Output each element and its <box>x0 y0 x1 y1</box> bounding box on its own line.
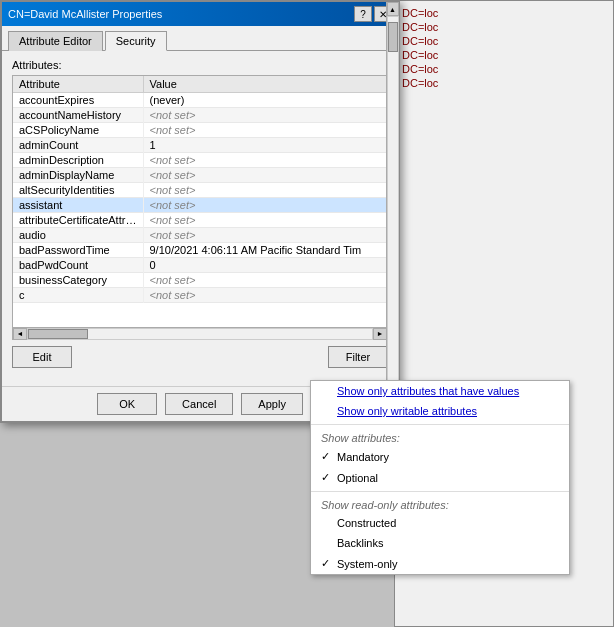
attr-value-cell: <not set> <box>143 213 387 228</box>
attributes-table: Attribute Value accountExpires(never)acc… <box>13 76 387 303</box>
table-scroll-area: Attribute Value accountExpires(never)acc… <box>13 76 387 327</box>
filter-dropdown: Show only attributes that have values Sh… <box>310 380 570 575</box>
show-attributes-label: Show attributes: <box>311 428 569 446</box>
tab-attribute-editor[interactable]: Attribute Editor <box>8 31 103 51</box>
horizontal-scrollbar[interactable]: ◄ ► <box>13 327 387 339</box>
attr-name-cell: accountExpires <box>13 93 143 108</box>
table-row[interactable]: businessCategory<not set> <box>13 273 387 288</box>
filter-button[interactable]: Filter <box>328 346 388 368</box>
attributes-label: Attributes: <box>12 59 388 71</box>
filter-backlinks-label: Backlinks <box>337 537 383 549</box>
attr-name-cell: assistant <box>13 198 143 213</box>
attr-value-cell: 1 <box>143 138 387 153</box>
bg-row-3: DC=loc <box>400 34 608 48</box>
table-row[interactable]: aCSPolicyName<not set> <box>13 123 387 138</box>
attr-name-cell: c <box>13 288 143 303</box>
table-row[interactable]: accountExpires(never) <box>13 93 387 108</box>
tab-security[interactable]: Security <box>105 31 167 51</box>
cancel-button[interactable]: Cancel <box>165 393 233 415</box>
table-row[interactable]: adminDisplayName<not set> <box>13 168 387 183</box>
filter-item-has-values[interactable]: Show only attributes that have values <box>311 381 569 401</box>
bg-row-4: DC=loc <box>400 48 608 62</box>
bg-row-5: DC=loc <box>400 62 608 76</box>
filter-item-has-values-label: Show only attributes that have values <box>337 385 519 397</box>
properties-dialog: CN=David McAllister Properties ? ✕ Attri… <box>0 0 400 423</box>
filter-item-writable-label: Show only writable attributes <box>337 405 477 417</box>
table-row[interactable]: altSecurityIdentities<not set> <box>13 183 387 198</box>
filter-item-writable[interactable]: Show only writable attributes <box>311 401 569 421</box>
edit-button[interactable]: Edit <box>12 346 72 368</box>
title-bar: CN=David McAllister Properties ? ✕ <box>2 2 398 26</box>
attr-name-cell: aCSPolicyName <box>13 123 143 138</box>
attr-value-cell: <not set> <box>143 288 387 303</box>
check-system-only: ✓ <box>321 557 333 570</box>
bg-row-1: DC=loc <box>400 6 608 20</box>
col-attribute: Attribute <box>13 76 143 93</box>
help-button[interactable]: ? <box>354 6 372 22</box>
attr-value-cell: <not set> <box>143 168 387 183</box>
separator-1 <box>311 424 569 425</box>
table-content: Attribute Value accountExpires(never)acc… <box>13 76 387 327</box>
table-row[interactable]: adminCount1 <box>13 138 387 153</box>
scroll-track[interactable] <box>387 76 388 327</box>
filter-optional-label: Optional <box>337 472 378 484</box>
attr-name-cell: adminCount <box>13 138 143 153</box>
table-row[interactable]: c<not set> <box>13 288 387 303</box>
attr-name-cell: badPwdCount <box>13 258 143 273</box>
vertical-scrollbar[interactable]: ▲ ▼ <box>386 76 387 327</box>
table-row[interactable]: attributeCertificateAttri...<not set> <box>13 213 387 228</box>
apply-button[interactable]: Apply <box>241 393 303 415</box>
table-row[interactable]: assistant<not set> <box>13 198 387 213</box>
attr-value-cell: 9/10/2021 4:06:11 AM Pacific Standard Ti… <box>143 243 387 258</box>
attr-name-cell: businessCategory <box>13 273 143 288</box>
hscroll-thumb[interactable] <box>28 329 88 339</box>
filter-backlinks[interactable]: Backlinks <box>311 533 569 553</box>
attr-name-cell: badPasswordTime <box>13 243 143 258</box>
attr-value-cell: <not set> <box>143 228 387 243</box>
filter-optional[interactable]: ✓ Optional <box>311 467 569 488</box>
show-readonly-label: Show read-only attributes: <box>311 495 569 513</box>
attr-name-cell: audio <box>13 228 143 243</box>
attr-value-cell: <not set> <box>143 183 387 198</box>
filter-mandatory-label: Mandatory <box>337 451 389 463</box>
check-optional: ✓ <box>321 471 333 484</box>
filter-system-only-label: System-only <box>337 558 398 570</box>
check-mandatory: ✓ <box>321 450 333 463</box>
hscroll-track[interactable] <box>27 328 373 340</box>
attr-value-cell: <not set> <box>143 273 387 288</box>
table-row[interactable]: accountNameHistory<not set> <box>13 108 387 123</box>
attr-value-cell: <not set> <box>143 153 387 168</box>
filter-system-only[interactable]: ✓ System-only <box>311 553 569 574</box>
separator-2 <box>311 491 569 492</box>
table-row[interactable]: adminDescription<not set> <box>13 153 387 168</box>
tab-bar: Attribute Editor Security <box>2 26 398 51</box>
ok-button[interactable]: OK <box>97 393 157 415</box>
edit-filter-row: Edit Filter <box>12 346 388 368</box>
attr-value-cell: <not set> <box>143 198 387 213</box>
dialog-content: Attributes: Attribute Value accountExpir… <box>2 51 398 376</box>
table-wrapper: Attribute Value accountExpires(never)acc… <box>12 75 388 340</box>
filter-mandatory[interactable]: ✓ Mandatory <box>311 446 569 467</box>
attr-name-cell: adminDisplayName <box>13 168 143 183</box>
filter-constructed-label: Constructed <box>337 517 396 529</box>
filter-constructed[interactable]: Constructed <box>311 513 569 533</box>
attr-value-cell: (never) <box>143 93 387 108</box>
table-row[interactable]: audio<not set> <box>13 228 387 243</box>
attr-name-cell: accountNameHistory <box>13 108 143 123</box>
bg-row-6: DC=loc <box>400 76 608 90</box>
dialog-title: CN=David McAllister Properties <box>8 8 162 20</box>
attr-name-cell: adminDescription <box>13 153 143 168</box>
hscroll-right-button[interactable]: ► <box>373 328 387 340</box>
attr-value-cell: <not set> <box>143 123 387 138</box>
attr-value-cell: <not set> <box>143 108 387 123</box>
attr-name-cell: altSecurityIdentities <box>13 183 143 198</box>
col-value: Value <box>143 76 387 93</box>
attr-name-cell: attributeCertificateAttri... <box>13 213 143 228</box>
hscroll-left-button[interactable]: ◄ <box>13 328 27 340</box>
bg-row-2: DC=loc <box>400 20 608 34</box>
table-row[interactable]: badPwdCount0 <box>13 258 387 273</box>
table-row[interactable]: badPasswordTime9/10/2021 4:06:11 AM Paci… <box>13 243 387 258</box>
attr-value-cell: 0 <box>143 258 387 273</box>
